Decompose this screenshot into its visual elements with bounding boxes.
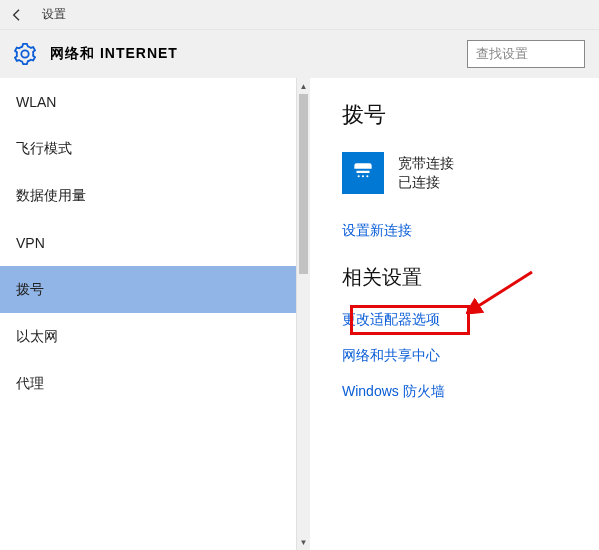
scrollbar-track[interactable] xyxy=(297,94,310,534)
sidebar-scrollbar[interactable]: ▲ ▼ xyxy=(296,78,310,550)
sidebar-item-wlan[interactable]: WLAN xyxy=(0,78,310,125)
sidebar-item-ethernet[interactable]: 以太网 xyxy=(0,313,310,360)
sidebar-item-vpn[interactable]: VPN xyxy=(0,219,310,266)
search-input[interactable]: 查找设置 xyxy=(467,40,585,68)
page-title: 网络和 INTERNET xyxy=(50,45,178,63)
sidebar-item-label: VPN xyxy=(16,235,45,251)
sidebar-item-label: 以太网 xyxy=(16,328,58,346)
scrollbar-up-arrow-icon[interactable]: ▲ xyxy=(297,78,310,94)
sidebar-item-dialup[interactable]: 拨号 xyxy=(0,266,310,313)
scrollbar-down-arrow-icon[interactable]: ▼ xyxy=(297,534,310,550)
back-arrow-icon[interactable] xyxy=(6,4,28,26)
section-title-related: 相关设置 xyxy=(342,264,599,291)
sidebar: WLAN 飞行模式 数据使用量 VPN 拨号 以太网 代理 ▲ ▼ xyxy=(0,78,310,550)
scrollbar-thumb[interactable] xyxy=(299,94,308,274)
adapter-options-link[interactable]: 更改适配器选项 xyxy=(342,311,599,329)
section-title-dialup: 拨号 xyxy=(342,100,599,130)
connection-name: 宽带连接 xyxy=(398,154,454,173)
connection-row[interactable]: 宽带连接 已连接 xyxy=(342,152,599,194)
sidebar-item-label: 代理 xyxy=(16,375,44,393)
main-panel: 拨号 宽带连接 已连接 设置新连接 相关设置 更改适配器选项 网络和共享中心 W… xyxy=(310,78,599,550)
connection-status: 已连接 xyxy=(398,173,454,192)
sidebar-item-label: 数据使用量 xyxy=(16,187,86,205)
window-title: 设置 xyxy=(42,6,66,23)
firewall-link[interactable]: Windows 防火墙 xyxy=(342,383,599,401)
sidebar-item-data-usage[interactable]: 数据使用量 xyxy=(0,172,310,219)
search-placeholder: 查找设置 xyxy=(476,45,528,63)
gear-icon xyxy=(14,43,36,65)
header-bar: 网络和 INTERNET 查找设置 xyxy=(0,30,599,78)
connection-text: 宽带连接 已连接 xyxy=(398,154,454,192)
sharing-center-link[interactable]: 网络和共享中心 xyxy=(342,347,599,365)
sidebar-item-proxy[interactable]: 代理 xyxy=(0,360,310,407)
new-connection-link[interactable]: 设置新连接 xyxy=(342,222,599,240)
sidebar-item-label: WLAN xyxy=(16,94,56,110)
title-bar: 设置 xyxy=(0,0,599,30)
sidebar-item-label: 飞行模式 xyxy=(16,140,72,158)
sidebar-item-airplane[interactable]: 飞行模式 xyxy=(0,125,310,172)
sidebar-item-label: 拨号 xyxy=(16,281,44,299)
phone-icon xyxy=(342,152,384,194)
